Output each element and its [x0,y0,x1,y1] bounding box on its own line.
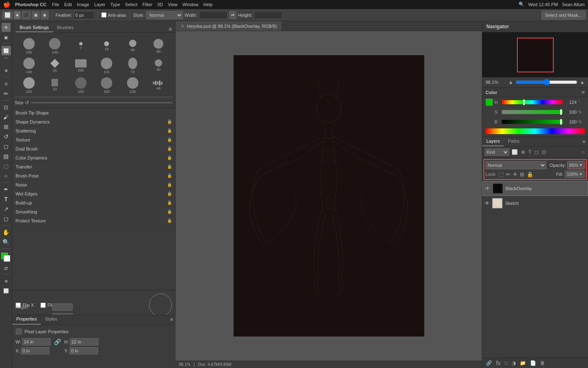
link-layers-btn[interactable]: 🔗 [485,360,493,366]
settings-smoothing[interactable]: Smoothing 🔒 [12,207,175,216]
brush-item[interactable]: 25 [42,56,68,75]
pen-tool[interactable]: ✒ [2,185,11,194]
brush-item[interactable]: 100 [120,76,145,95]
layers-kind-select[interactable]: Kind [485,148,509,156]
swap-dimensions-btn[interactable]: ⇄ [229,11,236,19]
add-mask-btn[interactable]: □ [503,360,509,366]
height-input[interactable] [254,11,283,19]
menu-layer[interactable]: Layer [94,2,106,7]
properties-panel-menu-btn[interactable]: ≡ [170,316,173,323]
brush-item[interactable]: 80 [146,37,172,56]
menu-filter[interactable]: Filter [143,2,152,7]
brush-item[interactable]: 7 [68,37,94,56]
settings-build-up[interactable]: Build-up 🔒 [12,198,175,207]
filter-toggle-btn[interactable]: ○ [581,149,586,155]
dodge-tool[interactable]: ○ [2,171,11,180]
menu-file[interactable]: File [52,2,59,7]
panel-menu-btn[interactable]: ≡ [169,26,172,32]
settings-texture[interactable]: Texture 🔒 [12,135,175,144]
menu-select[interactable]: Select [125,2,138,7]
brush-item[interactable]: 200 [68,56,94,75]
foreground-swatch[interactable] [1,253,11,263]
healing-brush-tool[interactable]: ⊡ [2,103,11,112]
layers-tab[interactable]: Layers [482,137,504,146]
gradient-tool[interactable]: ▤ [2,152,11,161]
quick-select-tool[interactable]: ⊕ [2,66,11,75]
link-wh-btn[interactable]: 🔗 [54,339,61,345]
blend-mode-select[interactable]: Normal [486,161,546,169]
brightness-slider-track[interactable] [502,120,563,124]
settings-color-dynamics[interactable]: Color Dynamics 🔒 [12,153,175,162]
delete-layer-btn[interactable]: 🗑 [539,360,546,366]
brush-item[interactable]: 101 [94,56,120,75]
settings-shape-dynamics[interactable]: Shape Dynamics 🔒 [12,117,175,126]
brush-settings-tab[interactable]: Brush Settings [16,23,53,32]
lock-transparent-btn[interactable]: ⬚ [499,171,503,177]
settings-noise[interactable]: Noise 🔒 [12,180,175,189]
height-prop-input[interactable] [70,338,98,346]
menu-help[interactable]: Help [203,2,213,7]
layer-item-sketch[interactable]: 👁 Sketch [482,196,588,211]
width-prop-input[interactable] [22,338,51,346]
brush-item[interactable]: 73 [120,56,145,75]
create-fill-adjustment-btn[interactable]: ◑ [510,360,517,366]
layer-visibility-blackoverlay[interactable]: 👁 [485,186,490,191]
reset-size-btn[interactable]: ↺ [25,100,29,105]
shape-tool[interactable]: ◻ [2,214,11,223]
styles-tab[interactable]: Styles [41,315,61,325]
swap-colors-btn[interactable]: ⇄ [4,266,8,271]
lock-all-btn[interactable]: 🔒 [527,171,533,177]
eyedropper-tool[interactable]: ✏ [2,89,11,98]
screen-mode-btn[interactable]: ⬜ [2,286,11,295]
properties-tab[interactable]: Properties [12,315,41,325]
brush-item[interactable]: 143 [42,37,68,56]
filter-pixel-btn[interactable]: ⬜ [511,149,519,155]
width-input[interactable] [199,11,227,19]
filter-shape-btn[interactable]: ◻ [534,149,539,155]
settings-wet-edges[interactable]: Wet Edges 🔒 [12,189,175,198]
filter-smart-btn[interactable]: ⊡ [541,149,547,155]
style-select[interactable]: Normal [146,11,183,19]
settings-scattering[interactable]: Scattering 🔒 [12,126,175,135]
feather-input[interactable] [74,11,94,19]
menu-type[interactable]: Type [110,2,120,7]
filter-type-btn[interactable]: T [528,149,532,155]
brush-item[interactable]: 20 [42,76,68,95]
option-btn3[interactable]: ▣ [32,11,40,19]
paths-tab[interactable]: Paths [504,137,523,146]
option-btn1[interactable]: ■ [14,11,20,19]
brush-item[interactable]: 100 [68,76,94,95]
option-btn2[interactable]: ⬛ [22,11,31,19]
brush-item[interactable]: 15 [94,37,120,56]
hand-tool[interactable]: ✋ [2,228,11,237]
brush-tool[interactable]: 🖌 [2,112,11,121]
settings-brush-pose[interactable]: Brush Pose 🔒 [12,171,175,180]
color-panel-menu-btn[interactable]: ≡ [581,89,585,95]
marquee-tool[interactable]: ⬜ [2,46,11,55]
lock-image-btn[interactable]: ✏ [506,171,510,177]
angle-input[interactable] [52,303,73,311]
hue-slider-track[interactable] [502,100,563,104]
brush-item[interactable]: 100 [16,37,42,56]
layer-item-blackoverlay[interactable]: 👁 BlackOverlay [482,181,588,196]
canvas-wrapper[interactable] [176,31,482,361]
blur-tool[interactable]: ◌ [2,162,11,171]
lock-artboard-btn[interactable]: ⊞ [520,171,524,177]
brush-item[interactable]: 100 [94,76,120,95]
brush-item[interactable]: 100 [16,56,42,75]
brush-item[interactable]: 100 [16,76,42,95]
type-tool[interactable]: T [2,195,11,204]
lock-position-btn[interactable]: ✛ [513,171,517,177]
nav-zoom-in-btn[interactable]: ▲ [580,79,585,85]
size-slider[interactable] [31,102,173,103]
brush-item[interactable]: 40 [120,37,145,56]
brush-item[interactable]: 30 [146,56,172,75]
color-swatch-green[interactable] [486,99,493,106]
settings-dual-brush[interactable]: Dual Brush 🔒 [12,144,175,153]
create-new-layer-btn[interactable]: 📄 [529,360,537,366]
crop-tool[interactable]: ⌗ [2,79,11,88]
menu-window[interactable]: Window [183,2,198,7]
fill-input-box[interactable]: 100% ▼ [565,171,585,178]
canvas-tab-close[interactable]: ✕ [180,23,185,29]
color-spectrum-bar[interactable] [486,128,585,134]
